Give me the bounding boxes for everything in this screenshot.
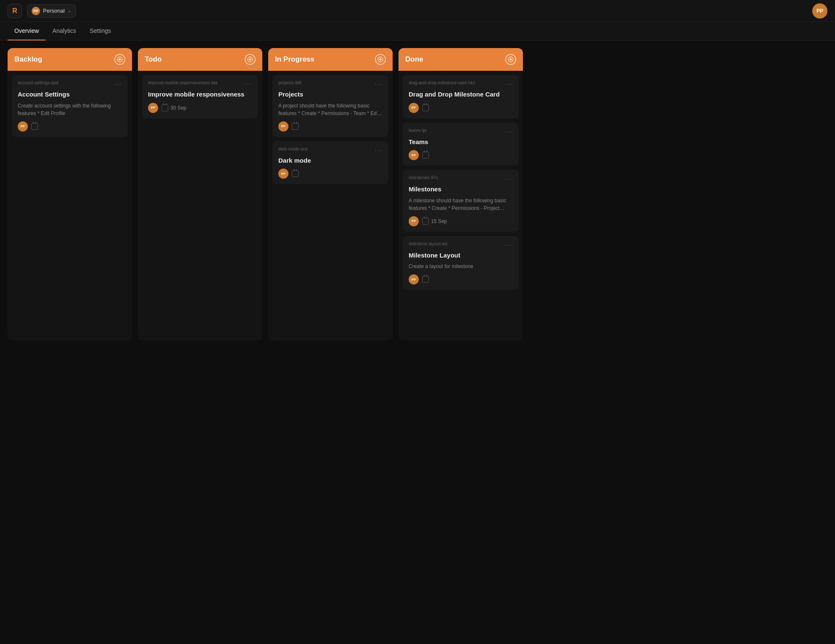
card-header: milestone-layout-eic··· [409, 241, 513, 248]
calendar-icon [422, 218, 429, 225]
card-menu-button[interactable]: ··· [505, 80, 513, 87]
card-menu-button[interactable]: ··· [114, 80, 122, 87]
nav-item-settings[interactable]: Settings [83, 22, 118, 40]
column-title-backlog: Backlog [14, 55, 42, 64]
card-avatar: PP [278, 169, 288, 179]
card-id: teams-lpi [409, 128, 426, 133]
card-header: teams-lpi··· [409, 128, 513, 134]
workspace-name: Personal [43, 8, 65, 14]
workspace-selector[interactable]: PP Personal ⌄ [27, 4, 76, 18]
card[interactable]: drag-and-drop-milestone-card-hkz···Drag … [403, 75, 519, 118]
card-title: Improve mobile responsiveness [148, 90, 252, 99]
card-id: improve-mobile-responsiveness-bta [148, 80, 218, 85]
column-body-backlog: account-settings-qod···Account SettingsC… [8, 71, 132, 341]
card-header: improve-mobile-responsiveness-bta··· [148, 80, 252, 87]
card-date [292, 123, 299, 130]
card-menu-button[interactable]: ··· [505, 175, 513, 182]
card-footer: PP15 Sep [409, 216, 513, 226]
card-description: Create account settings with the followi… [18, 102, 122, 117]
card-id: drag-and-drop-milestone-card-hkz [409, 80, 475, 85]
card-avatar: PP [278, 121, 288, 131]
column-body-todo: improve-mobile-responsiveness-bta···Impr… [138, 71, 262, 341]
card-date [292, 170, 299, 177]
card-date [422, 152, 429, 158]
column-title-in-progress: In Progress [275, 55, 315, 64]
card-menu-button[interactable]: ··· [505, 128, 513, 134]
chevron-down-icon: ⌄ [67, 8, 71, 13]
column-header-backlog: Backlog [8, 48, 132, 71]
logo-button[interactable]: R [8, 4, 22, 18]
card-menu-button[interactable]: ··· [374, 147, 382, 153]
card-title: Dark mode [278, 156, 382, 165]
calendar-icon [292, 123, 299, 130]
card[interactable]: account-settings-qod···Account SettingsC… [12, 75, 128, 137]
card-id: projects-tb6 [278, 80, 302, 85]
card-footer: PP [409, 150, 513, 160]
nav-item-analytics[interactable]: Analytics [46, 22, 83, 40]
column-todo: Todoimprove-mobile-responsiveness-bta···… [138, 48, 262, 341]
card-header: drag-and-drop-milestone-card-hkz··· [409, 80, 513, 87]
card[interactable]: improve-mobile-responsiveness-bta···Impr… [142, 75, 258, 118]
column-add-button-in-progress[interactable] [375, 54, 386, 65]
card-header: dark-mode-unz··· [278, 147, 382, 153]
card-date-text: 15 Sep [431, 218, 447, 224]
card-date [422, 276, 429, 283]
card[interactable]: teams-lpi···TeamsPP [403, 123, 519, 166]
card-title: Milestones [409, 185, 513, 193]
card-avatar: PP [18, 121, 28, 131]
nav-item-overview[interactable]: Overview [8, 22, 46, 40]
card-title: Drag and Drop Milestone Card [409, 90, 513, 99]
calendar-icon [162, 105, 168, 111]
calendar-icon [292, 170, 299, 177]
card-footer: PP30 Sep [148, 103, 252, 113]
card-avatar: PP [409, 103, 419, 113]
column-body-in-progress: projects-tb6···ProjectsA project should … [268, 71, 393, 341]
card-footer: PP [18, 121, 122, 131]
column-done: Donedrag-and-drop-milestone-card-hkz···D… [399, 48, 523, 341]
card-title: Account Settings [18, 90, 122, 99]
column-header-todo: Todo [138, 48, 262, 71]
card-menu-button[interactable]: ··· [374, 80, 382, 87]
card-avatar: PP [409, 150, 419, 160]
card-menu-button[interactable]: ··· [505, 241, 513, 248]
column-backlog: Backlogaccount-settings-qod···Account Se… [8, 48, 132, 341]
card-footer: PP [409, 274, 513, 284]
card-date [422, 105, 429, 111]
card-description: A milestone should have the following ba… [409, 197, 513, 212]
card-footer: PP [278, 121, 382, 131]
card[interactable]: milestones-97c···MilestonesA milestone s… [403, 170, 519, 232]
card-description: A project should have the following basi… [278, 102, 382, 117]
card-avatar: PP [148, 103, 158, 113]
card-avatar: PP [409, 216, 419, 226]
calendar-icon [422, 105, 429, 111]
card-menu-button[interactable]: ··· [244, 80, 252, 87]
nav-label-overview: Overview [14, 27, 39, 34]
card[interactable]: dark-mode-unz···Dark modePP [272, 141, 388, 185]
column-add-button-todo[interactable] [245, 54, 256, 65]
card-title: Milestone Layout [409, 251, 513, 260]
card-footer: PP [409, 103, 513, 113]
card-header: milestones-97c··· [409, 175, 513, 182]
card-date [31, 123, 38, 130]
card-title: Projects [278, 90, 382, 99]
topbar: R PP Personal ⌄ PP [0, 0, 835, 22]
column-add-button-done[interactable] [505, 54, 516, 65]
card-description: Create a layout for milestone [409, 263, 513, 270]
card-footer: PP [278, 169, 382, 179]
logo-icon: R [12, 7, 17, 15]
card[interactable]: milestone-layout-eic···Milestone LayoutC… [403, 236, 519, 290]
card-header: account-settings-qod··· [18, 80, 122, 87]
workspace-avatar: PP [32, 7, 40, 15]
main-nav: Overview Analytics Settings [0, 22, 835, 40]
card-avatar: PP [409, 274, 419, 284]
card-id: milestone-layout-eic [409, 241, 448, 246]
column-body-done: drag-and-drop-milestone-card-hkz···Drag … [399, 71, 523, 341]
column-title-todo: Todo [145, 55, 162, 64]
card[interactable]: projects-tb6···ProjectsA project should … [272, 75, 388, 137]
user-avatar[interactable]: PP [812, 3, 827, 19]
card-id: account-settings-qod [18, 80, 59, 85]
column-title-done: Done [405, 55, 423, 64]
card-id: dark-mode-unz [278, 147, 308, 151]
column-add-button-backlog[interactable] [114, 54, 125, 65]
calendar-icon [422, 276, 429, 283]
